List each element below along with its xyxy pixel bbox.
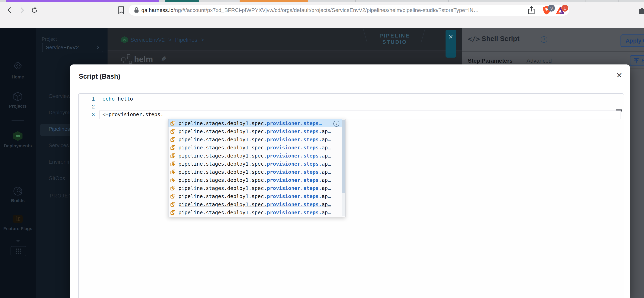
suggestion-prefix: pipeline.stages.deploy1.spec. [178, 161, 267, 167]
feature-flags-icon [12, 214, 24, 224]
breadcrumb-pipelines-link[interactable]: Pipelines [175, 37, 197, 43]
suggestion-item[interactable]: pipeline.stages.deploy1.spec.provisioner… [168, 192, 345, 200]
suggestion-match: provisioner.steps. [267, 161, 322, 167]
script-code-editor[interactable]: 1 2 3 echo hello <+provisioner.steps. pi… [78, 93, 624, 298]
apply-changes-label: Apply Changes [626, 38, 644, 44]
suggestion-prefix: pipeline.stages.deploy1.spec. [178, 145, 267, 151]
breadcrumb-project-link[interactable]: ServiceEnvV2 [130, 37, 165, 43]
code-text: hello [114, 96, 133, 102]
suggestion-match: provisioner.steps. [267, 169, 322, 175]
info-icon[interactable]: i [541, 36, 547, 43]
apply-changes-button[interactable]: Apply Changes [620, 35, 644, 47]
suggestion-item[interactable]: pipeline.stages.deploy1.spec.provisioner… [168, 208, 345, 216]
suggestion-tail: ap… [322, 145, 331, 151]
bookmark-icon [119, 7, 124, 14]
suggestion-item[interactable]: pipeline.stages.deploy1.spec.provisioner… [168, 144, 345, 152]
project-nav-item-pipelines[interactable]: Pipelines [48, 126, 70, 132]
project-nav-item-services[interactable]: Services [48, 142, 69, 149]
sidebar-item-label: Feature Flags [3, 226, 32, 231]
app-grid-button[interactable] [10, 246, 26, 256]
sidebar-divider [12, 120, 24, 121]
pipeline-icon [121, 54, 132, 65]
code-line-3: <+provisioner.steps. [102, 111, 164, 118]
url-text: qa.harness.io/ng/#/account/px7xd_BFRCi-p… [141, 7, 479, 13]
sidebar-expand-chevron-icon[interactable] [15, 239, 21, 244]
suggestion-tail: ap… [322, 169, 331, 175]
edit-pencil-icon[interactable]: ✎ [160, 55, 167, 64]
snippet-icon [170, 169, 176, 175]
tab-group-orange [240, 0, 308, 2]
tab-divider [585, 0, 586, 2]
project-nav-item-gitops[interactable]: GitOps [48, 175, 65, 181]
project-selector[interactable]: ServiceEnvV2 [42, 43, 103, 52]
share-icon [528, 6, 535, 15]
suggestion-match: provisioner.steps… [267, 120, 322, 126]
rewards-count-badge: 1 [561, 5, 568, 12]
line-number: 3 [78, 111, 95, 118]
project-breadcrumb-icon [121, 36, 128, 43]
tab-divider [618, 0, 619, 2]
dropdown-scrollbar[interactable] [342, 119, 345, 216]
bookmarks-bar: HarnessQ4Q1 [0, 17, 644, 28]
suggestion-item[interactable]: pipeline.stages.deploy1.spec.provisioner… [168, 176, 345, 184]
code-keyword: echo [102, 96, 114, 102]
suggestion-match: provisioner.steps. [267, 210, 322, 215]
sidebar-item-projects[interactable]: Projects [0, 91, 36, 109]
tab-step-parameters[interactable]: Step Parameters [468, 58, 512, 64]
suggestion-item[interactable]: pipeline.stages.deploy1.spec.provisioner… [168, 135, 345, 144]
breadcrumb: ServiceEnvV2 > Pipelines > [130, 37, 206, 43]
modal-close-button[interactable]: ✕ [614, 71, 624, 80]
close-studio-button[interactable]: ✕ [446, 30, 456, 58]
suggestion-prefix: pipeline.stages.deploy1.spec. [178, 153, 267, 159]
extensions-button[interactable] [638, 6, 644, 15]
project-nav-item-overview[interactable]: Overview [48, 93, 70, 99]
suggestion-item[interactable]: pipeline.stages.deploy1.spec.provisioner… [168, 160, 345, 168]
suggestion-info-icon[interactable]: i [333, 121, 340, 127]
toolbar-divider [540, 9, 540, 16]
suggestion-item[interactable]: pipeline.stages.deploy1.spec.provisioner… [168, 200, 345, 208]
suggestion-item[interactable]: pipeline.stages.deploy1.spec.provisioner… [168, 168, 345, 176]
tab-divider [355, 0, 356, 2]
snippet-icon [170, 161, 176, 167]
suggestion-tail: ap… [322, 137, 331, 143]
snippet-icon [170, 185, 176, 191]
sidebar-item-home[interactable]: Home [0, 62, 36, 80]
snippet-icon [170, 153, 176, 159]
suggestion-item[interactable]: pipeline.stages.deploy1.spec.provisioner… [168, 119, 345, 127]
home-icon [12, 62, 24, 72]
snippet-icon [170, 137, 176, 142]
suggestion-item[interactable]: pipeline.stages.deploy1.spec.provisioner… [168, 152, 345, 160]
suggestion-match: provisioner.steps. [267, 193, 322, 199]
sidebar-item-label: Home [12, 74, 24, 80]
dropdown-scrollbar-thumb[interactable] [342, 120, 345, 193]
line-number: 2 [78, 103, 95, 111]
suggestion-item[interactable]: pipeline.stages.deploy1.spec.provisioner… [168, 127, 345, 135]
snippet-icon [170, 177, 176, 183]
browser-toolbar: qa.harness.io/ng/#/account/px7xd_BFRCi-p… [0, 2, 644, 17]
back-button[interactable] [5, 6, 14, 15]
tab-advanced[interactable]: Advanced [526, 58, 552, 64]
save-as-template-button[interactable]: S [630, 55, 644, 66]
close-icon: ✕ [446, 33, 456, 40]
suggestion-list: pipeline.stages.deploy1.spec.provisioner… [168, 119, 345, 216]
forward-button[interactable] [18, 6, 26, 15]
app-grid-icon [16, 248, 22, 254]
snippet-icon [170, 121, 176, 126]
browser-tab-strip[interactable] [0, 0, 644, 2]
suggestion-tail: ap… [322, 153, 331, 159]
sidebar-item-deployments[interactable]: Deployments [0, 131, 36, 149]
bookmark-button[interactable] [117, 6, 126, 15]
suggestion-prefix: pipeline.stages.deploy1.spec. [178, 120, 267, 126]
url-domain: qa.harness.io [141, 7, 174, 13]
suggestion-item[interactable]: pipeline.stages.deploy1.spec.provisioner… [168, 184, 345, 192]
upload-icon [634, 58, 639, 64]
sidebar-item-label: Deployments [4, 143, 32, 149]
reload-button[interactable] [30, 6, 39, 15]
drawer-title: Shell Script [482, 35, 520, 43]
sidebar-item-builds[interactable]: Builds [0, 186, 36, 203]
url-path: /ng/#/account/px7xd_BFRCi-pfWPYXVjvw/cd/… [174, 7, 479, 13]
share-button[interactable] [527, 6, 536, 15]
snippet-icon [170, 202, 176, 207]
sidebar-item-feature-flags[interactable]: Feature Flags [0, 214, 36, 231]
url-bar[interactable]: qa.harness.io/ng/#/account/px7xd_BFRCi-p… [129, 5, 569, 16]
